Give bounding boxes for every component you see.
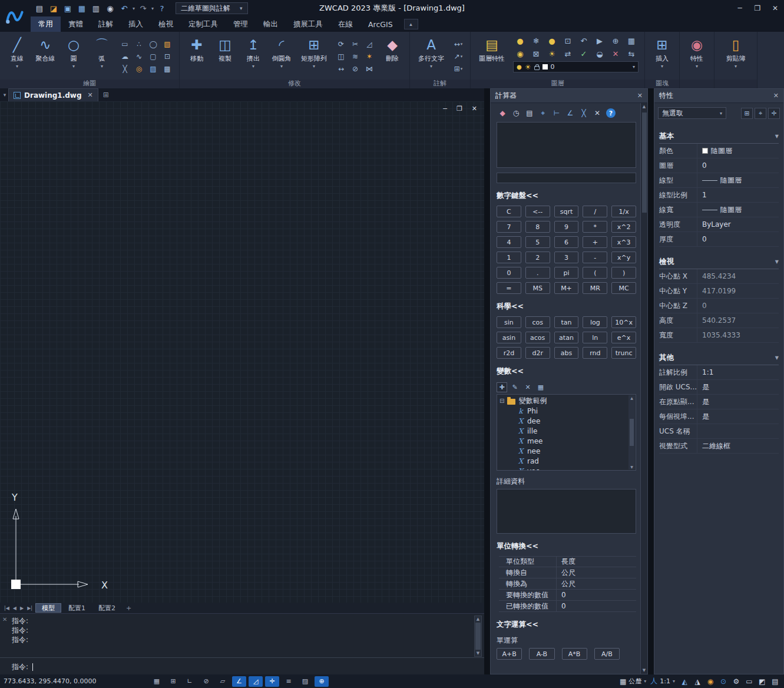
calc-button-rnd[interactable]: rnd xyxy=(583,347,607,359)
calc-button-r2d[interactable]: r2d xyxy=(497,347,521,359)
calc-button-cos[interactable]: cos xyxy=(525,316,550,328)
property-value[interactable]: 是 xyxy=(697,380,779,394)
property-value[interactable]: 485.4234 xyxy=(697,269,779,283)
calc-button-+[interactable]: + xyxy=(583,236,607,248)
layer-thaw-all-icon[interactable]: ☀ xyxy=(545,48,559,59)
calculator-input[interactable] xyxy=(497,173,636,183)
variable-item[interactable]: Xvee xyxy=(499,466,626,471)
calc-button-/[interactable]: / xyxy=(583,206,607,217)
calc-button-3[interactable]: 3 xyxy=(554,252,579,263)
scroll-up-icon[interactable]: ▲ xyxy=(477,617,479,621)
dynamic-input-icon[interactable]: ✛ xyxy=(265,676,279,687)
unit-dropdown[interactable]: ▦ 公釐 ▾ xyxy=(620,677,646,686)
calc-help-icon[interactable]: ? xyxy=(606,108,616,118)
calc-button-4[interactable]: 4 xyxy=(497,236,521,248)
calc-button-x^y[interactable]: x^y xyxy=(611,252,636,263)
unit-row-value[interactable]: 0 xyxy=(557,591,566,599)
layout-nav-icon-2[interactable]: ▶ xyxy=(18,606,25,611)
calc-button-M+[interactable]: M+ xyxy=(554,282,579,294)
command-scrollbar[interactable]: ▲ ▼ xyxy=(474,616,482,657)
scale-icon[interactable]: ◿ xyxy=(363,39,375,50)
calc-button-d2r[interactable]: d2r xyxy=(525,347,550,359)
region-icon[interactable]: ▢ xyxy=(147,51,159,62)
layer-states-icon[interactable]: ▦ xyxy=(624,35,639,47)
properties-panel-button[interactable]: ◉特性▾ xyxy=(683,34,710,80)
ribbon-tab-實體[interactable]: 實體 xyxy=(61,16,91,32)
layout-nav-icon-1[interactable]: ◀ xyxy=(11,606,18,611)
toggle-pickadd-icon[interactable]: ✛ xyxy=(768,108,780,119)
variables-scrollbar[interactable]: ▲ ▼ xyxy=(628,395,635,469)
scroll-down-icon[interactable]: ▼ xyxy=(630,465,633,469)
layer-freeze-icon[interactable]: ❄ xyxy=(529,35,543,47)
calc-button-MC[interactable]: MC xyxy=(611,282,636,294)
calc-button-trunc[interactable]: trunc xyxy=(611,347,636,359)
clear-history-icon[interactable]: ◷ xyxy=(510,107,522,119)
layer-walk-icon[interactable]: ▶ xyxy=(593,35,607,47)
lock-ui-icon[interactable]: ◩ xyxy=(757,676,768,687)
transparency-icon[interactable]: ▨ xyxy=(298,676,312,687)
selection-dropdown[interactable]: 無選取 ▾ xyxy=(658,107,726,119)
variables-section-header[interactable]: 變數<< xyxy=(497,366,636,376)
scientific-section-header[interactable]: 科學<< xyxy=(497,302,636,312)
return-to-input-icon[interactable]: ▦ xyxy=(535,382,546,392)
boundary-icon[interactable]: ⊡ xyxy=(161,51,173,62)
property-value[interactable] xyxy=(697,424,779,438)
zwcad-logo[interactable] xyxy=(0,0,29,32)
help-icon[interactable]: ? xyxy=(156,2,168,14)
fillet-button[interactable]: ◜倒圓角▾ xyxy=(268,34,295,80)
line-button[interactable]: ╱直線▾ xyxy=(4,34,31,80)
property-value[interactable]: 417.0199 xyxy=(697,284,779,298)
object-snap-icon[interactable]: ∠ xyxy=(232,676,246,687)
tree-root-row[interactable]: ⊟變數範例 xyxy=(499,396,626,406)
close-small-icon[interactable]: ✕ xyxy=(591,107,603,119)
ribbon-collapse-icon[interactable]: ▴ xyxy=(404,19,418,29)
layer-delete-icon[interactable]: ✕ xyxy=(608,48,623,59)
calc-button-.[interactable]: . xyxy=(525,267,550,279)
layer-translate-icon[interactable]: ⇆ xyxy=(624,48,639,59)
document-tab-close-icon[interactable]: ✕ xyxy=(87,91,92,99)
calc-button-tan[interactable]: tan xyxy=(554,316,579,328)
break-icon[interactable]: ⊘ xyxy=(349,64,361,75)
delete-variable-icon[interactable]: ✕ xyxy=(522,382,533,392)
maximize-button[interactable]: ❐ xyxy=(749,0,766,16)
gradient-icon[interactable]: ▧ xyxy=(161,39,173,50)
variable-item[interactable]: Xnee xyxy=(499,446,626,456)
document-tab[interactable]: Drawing1.dwg ✕ xyxy=(8,88,98,101)
text-op-button-A-B[interactable]: A-B xyxy=(529,648,554,660)
calc-button-acos[interactable]: acos xyxy=(525,332,550,343)
property-value[interactable]: 隨圖層 xyxy=(697,144,779,158)
select-objects-icon[interactable]: ⌖ xyxy=(755,108,766,119)
numpad-section-header[interactable]: 數字鍵盤<< xyxy=(497,191,636,201)
layer-unlock-icon[interactable]: ⊡ xyxy=(561,35,575,47)
file-tabs-menu-icon[interactable]: ▾ xyxy=(1,92,8,98)
layout-tab-配置2[interactable]: 配置2 xyxy=(92,603,121,613)
calc-button--[interactable]: - xyxy=(583,252,607,263)
new-file-icon[interactable]: ▤ xyxy=(33,2,46,14)
new-document-icon[interactable]: ⊞ xyxy=(103,91,109,99)
hatch-icon[interactable]: ▨ xyxy=(147,64,159,75)
calculator-scrollbar[interactable]: ▲ ▼ xyxy=(640,103,647,674)
drawing-canvas[interactable]: ─ ❐ ✕ Y X xyxy=(0,101,484,603)
rotate-icon[interactable]: ⟳ xyxy=(335,39,347,50)
calculator-history-display[interactable] xyxy=(497,122,636,168)
add-layout-button[interactable]: + xyxy=(123,603,135,613)
spline-icon[interactable]: ∿ xyxy=(133,51,145,62)
isolate-objects-icon[interactable]: ◉ xyxy=(705,676,716,687)
layer-off-icon[interactable]: ● xyxy=(513,35,527,47)
calc-button-MR[interactable]: MR xyxy=(583,282,607,294)
scrollbar-thumb[interactable] xyxy=(475,623,481,650)
ribbon-tab-在線[interactable]: 在線 xyxy=(330,16,360,32)
layout-nav-icon-0[interactable]: |◀ xyxy=(2,606,11,611)
property-value[interactable]: 是 xyxy=(697,395,779,409)
redo-icon[interactable]: ↷ xyxy=(137,2,150,14)
paste-to-command-icon[interactable]: ▤ xyxy=(524,107,535,119)
ribbon-tab-ArcGIS[interactable]: ArcGIS xyxy=(360,16,401,32)
properties-section-header[interactable]: 檢視▼ xyxy=(659,255,779,269)
property-value[interactable]: 隨圖層 xyxy=(697,173,779,187)
save-icon[interactable]: ▣ xyxy=(61,2,74,14)
explode-icon[interactable]: ✶ xyxy=(363,51,375,62)
text-ops-section-header[interactable]: 文字運算<< xyxy=(497,620,636,630)
command-prompt-line[interactable]: 指令: xyxy=(12,662,33,672)
annotation-scale-dropdown[interactable]: 人 1:1 ▾ xyxy=(650,676,675,686)
calc-button-sin[interactable]: sin xyxy=(497,316,521,328)
